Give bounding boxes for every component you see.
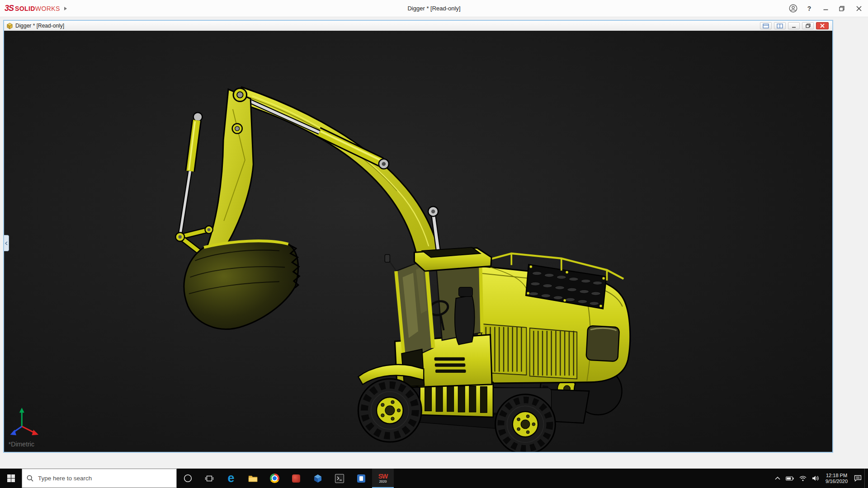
solidworks-logo-mark: 3S [5, 4, 14, 13]
view-orientation-label: *Dimetric [9, 441, 34, 448]
action-center-button[interactable] [851, 469, 864, 488]
red-app-icon [292, 474, 300, 483]
wheel-front-right[interactable] [495, 394, 556, 452]
doc-close-icon [820, 23, 825, 28]
chrome-button[interactable] [264, 469, 285, 488]
media-app-icon [357, 474, 365, 483]
solidworks-2020-button[interactable]: SW 2020 [372, 469, 394, 488]
tray-time: 12:18 PM [826, 473, 848, 479]
chevron-up-icon [775, 477, 780, 480]
battery-tray-button[interactable] [783, 469, 797, 488]
excavator-3d-model[interactable]: *Dimetric [4, 31, 832, 452]
minimize-icon [823, 6, 828, 11]
windows-logo-icon [7, 474, 15, 482]
doc-minimize-button[interactable] [788, 22, 800, 29]
upper-body[interactable] [477, 253, 630, 383]
network-tray-button[interactable] [797, 469, 809, 488]
battery-icon [786, 476, 794, 481]
close-icon [856, 6, 862, 11]
doc-minimize-icon [792, 24, 796, 28]
minimize-button[interactable] [817, 0, 834, 17]
start-button[interactable] [0, 469, 22, 488]
doc-close-button[interactable] [816, 22, 829, 29]
document-window: Digger * [Read-only] [3, 20, 833, 453]
search-input[interactable] [37, 474, 172, 482]
app-title: Digger * [Read-only] [0, 5, 868, 12]
task-view-icon [205, 475, 214, 482]
brand-text-solid: SOLID [15, 5, 35, 12]
document-title: Digger * [Read-only] [15, 23, 64, 29]
featuremanager-collapsed-tab[interactable] [4, 235, 9, 251]
show-desktop-button[interactable] [864, 469, 868, 488]
volume-icon [812, 475, 819, 481]
doc-restore-icon [806, 23, 811, 28]
screen: 3S SOLIDWORKS Digger * [Read-only] ? [0, 0, 868, 488]
taskbar-search[interactable] [22, 469, 177, 488]
doc-cascade-button[interactable] [760, 22, 772, 29]
graphics-viewport[interactable]: *Dimetric [4, 31, 832, 452]
task-view-button[interactable] [198, 469, 220, 488]
terminal-icon [335, 474, 344, 483]
side-mirror [385, 254, 390, 262]
solidworks-logo: 3S SOLIDWORKS [5, 4, 60, 13]
cortana-button[interactable] [177, 469, 198, 488]
doc-restore-button[interactable] [802, 22, 814, 29]
close-button[interactable] [850, 0, 868, 17]
app-titlebar: 3S SOLIDWORKS Digger * [Read-only] ? [0, 0, 868, 17]
menu-expand-arrow-icon[interactable] [64, 6, 67, 11]
solidworks-cube-icon [313, 474, 322, 483]
search-icon [27, 475, 33, 482]
network-wifi-icon [799, 476, 807, 481]
media-app-button[interactable] [350, 469, 372, 488]
edge-icon: e [227, 472, 234, 484]
help-button[interactable]: ? [801, 0, 817, 17]
document-window-controls [760, 22, 830, 29]
brand-text-works: WORKS [35, 5, 60, 12]
solidworks-2020-icon: SW 2020 [378, 473, 388, 483]
edge-button[interactable]: e [220, 469, 242, 488]
volume-tray-button[interactable] [809, 469, 822, 488]
chevron-left-icon [5, 241, 8, 245]
solidworks-app-button[interactable] [307, 469, 329, 488]
system-tray: 12:18 PM 9/16/2020 [772, 469, 868, 488]
tray-date: 9/16/2020 [826, 479, 848, 484]
rear-window-panel [586, 326, 619, 361]
part-document-icon [6, 23, 13, 29]
cortana-icon [184, 474, 192, 483]
window-controls: ? [785, 0, 868, 17]
taskbar-clock[interactable]: 12:18 PM 9/16/2020 [822, 473, 851, 484]
taskbar: e [0, 469, 868, 488]
chrome-icon [270, 474, 279, 483]
operator-seat [455, 296, 475, 345]
restore-button[interactable] [834, 0, 850, 17]
terminal-app-button[interactable] [329, 469, 350, 488]
file-explorer-button[interactable] [242, 469, 264, 488]
help-icon: ? [807, 5, 811, 12]
action-center-icon [854, 475, 862, 482]
window-split-icon [777, 23, 783, 28]
account-icon [789, 4, 797, 13]
doc-tile-button[interactable] [774, 22, 786, 29]
file-explorer-icon [248, 474, 258, 482]
hidden-icons-button[interactable] [772, 469, 783, 488]
red-app-button[interactable] [285, 469, 307, 488]
wheel-front-left[interactable] [358, 379, 421, 442]
window-pane-icon [763, 23, 769, 28]
document-titlebar[interactable]: Digger * [Read-only] [4, 21, 832, 31]
restore-icon [839, 6, 844, 11]
account-button[interactable] [785, 0, 801, 17]
